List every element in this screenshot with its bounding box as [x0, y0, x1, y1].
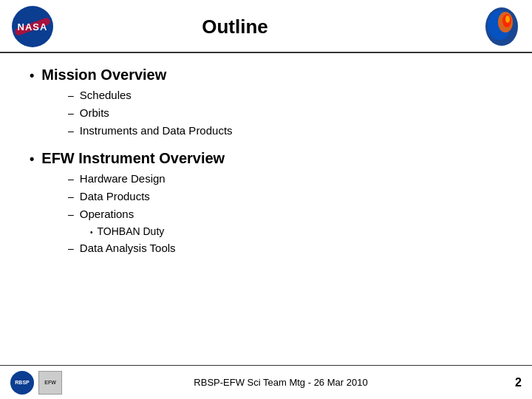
- svg-point-4: [505, 16, 510, 23]
- bullet-main-2: • EFW Instrument Overview: [30, 150, 502, 167]
- slide: NASA Outline •: [0, 0, 532, 399]
- sub-text-1-2: Orbits: [80, 104, 109, 122]
- bullet-dot-1: •: [30, 68, 34, 83]
- sub-sub-bullet-2-3-1: •: [90, 227, 93, 239]
- footer-page-number: 2: [499, 376, 522, 389]
- sub-text-2-1: Hardware Design: [80, 170, 166, 188]
- sub-dash-2-4: –: [68, 240, 74, 256]
- sub-dash-2-2: –: [68, 188, 74, 205]
- sub-item-2-2: – Data Products: [68, 188, 502, 205]
- sub-list-2: – Hardware Design – Data Products – Oper…: [68, 170, 502, 257]
- slide-footer: RBSP EFW RBSP-EFW Sci Team Mtg - 26 Mar …: [0, 365, 532, 399]
- slide-content: • Mission Overview – Schedules – Orbits …: [0, 53, 532, 365]
- top-right-graphic: [461, 6, 520, 47]
- sub-sub-item-2-3-1: • TOHBAN Duty: [90, 223, 502, 239]
- sub-text-2-3: Operations: [80, 205, 134, 223]
- nasa-logo: NASA: [12, 6, 53, 47]
- sub-list-1: – Schedules – Orbits – Instruments and D…: [68, 86, 502, 140]
- bullet-item-2: • EFW Instrument Overview – Hardware Des…: [30, 150, 502, 257]
- slide-header: NASA Outline: [0, 0, 532, 53]
- sub-dash-1-3: –: [68, 123, 74, 139]
- sub-item-2-4: – Data Analysis Tools: [68, 239, 502, 257]
- sub-dash-1-2: –: [68, 105, 74, 121]
- nasa-logo-text: NASA: [18, 21, 48, 33]
- sub-item-1-1: – Schedules: [68, 86, 502, 104]
- bullet-main-1: • Mission Overview: [30, 66, 502, 83]
- sub-text-1-1: Schedules: [80, 86, 132, 104]
- footer-center-text: RBSP-EFW Sci Team Mtg - 26 Mar 2010: [62, 377, 499, 388]
- sub-text-2-4: Data Analysis Tools: [80, 239, 176, 257]
- sub-item-1-2: – Orbits: [68, 104, 502, 122]
- sub-text-1-3: Instruments and Data Products: [80, 122, 233, 140]
- sub-sub-text-2-3-1: TOHBAN Duty: [98, 223, 165, 239]
- footer-logos: RBSP EFW: [10, 371, 62, 395]
- sub-dash-1-1: –: [68, 87, 74, 103]
- bullet-text-1: Mission Overview: [41, 66, 166, 83]
- sub-text-2-2: Data Products: [80, 188, 150, 205]
- sub-item-2-3: – Operations: [68, 205, 502, 223]
- sub-dash-2-3: –: [68, 206, 74, 222]
- sub-sub-list-2-3: • TOHBAN Duty: [90, 223, 502, 239]
- sub-dash-2-1: –: [68, 171, 74, 187]
- footer-logo-circle: RBSP: [10, 371, 34, 395]
- footer-logo-circle-text: RBSP: [15, 380, 29, 385]
- bullet-text-2: EFW Instrument Overview: [41, 150, 225, 167]
- bullet-item-1: • Mission Overview – Schedules – Orbits …: [30, 66, 502, 140]
- slide-title: Outline: [53, 16, 417, 38]
- sub-item-2-1: – Hardware Design: [68, 170, 502, 188]
- footer-logo-square: EFW: [38, 371, 62, 395]
- footer-logo-square-text: EFW: [44, 380, 56, 385]
- sub-item-1-3: – Instruments and Data Products: [68, 122, 502, 140]
- bullet-dot-2: •: [30, 151, 34, 167]
